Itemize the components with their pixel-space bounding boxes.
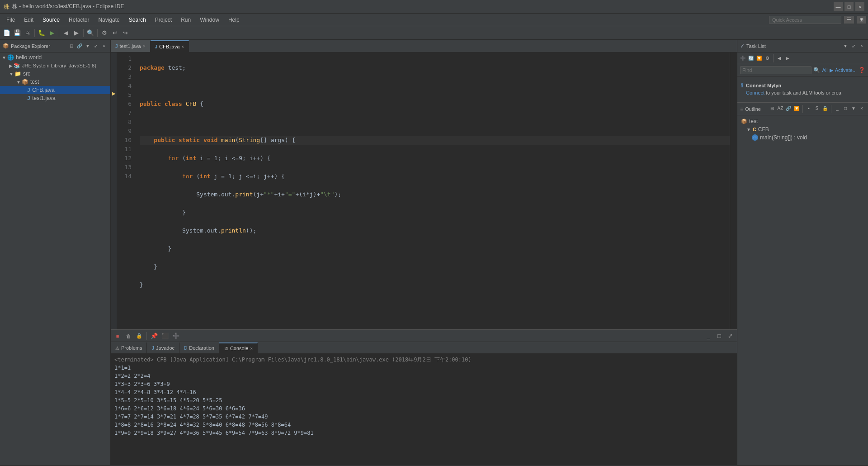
outline-filter-btn[interactable]: 🔽 [793, 105, 800, 112]
menu-edit[interactable]: Edit [19, 15, 38, 25]
outline-maximize-btn[interactable]: □ [842, 105, 849, 112]
tree-item-test1[interactable]: J test1.java [0, 94, 110, 102]
back-button[interactable]: ◀ [61, 28, 71, 38]
menu-help[interactable]: Help [224, 15, 244, 25]
outline-sort-btn[interactable]: AZ [777, 105, 784, 112]
outline-main-method-icon: m [752, 134, 758, 141]
debug-button[interactable]: 🐛 [37, 28, 47, 38]
tree-item-src[interactable]: ▼ 📁 src [0, 70, 110, 78]
print-button[interactable]: 🖨 [23, 28, 33, 38]
clear-console-button[interactable]: 🗑 [123, 331, 133, 341]
tree-item-hello-world[interactable]: ▼ 🌐 hello world [0, 53, 110, 62]
link-editor-button[interactable]: 🔗 [76, 43, 83, 50]
stop-console-button[interactable]: ■ [113, 331, 123, 341]
menu-run[interactable]: Run [176, 15, 195, 25]
scroll-lock-button[interactable]: 🔒 [134, 331, 144, 341]
settings-button[interactable]: ⚙ [764, 55, 771, 62]
task-back-button[interactable]: ◀ [776, 55, 783, 62]
sync-button[interactable]: 🔄 [747, 55, 755, 62]
restore-bottom-button[interactable]: ⤢ [725, 331, 735, 341]
save-button[interactable]: 💾 [12, 28, 22, 38]
close-button[interactable]: × [855, 2, 864, 11]
run-button[interactable]: ▶ [47, 28, 57, 38]
menu-navigate[interactable]: Navigate [94, 15, 124, 25]
menu-project[interactable]: Project [151, 15, 176, 25]
tree-item-test[interactable]: ▼ 📦 test [0, 78, 110, 86]
outline-hide-static-btn[interactable]: S [813, 105, 821, 112]
task-list-menu-btn[interactable]: ▼ [842, 43, 849, 50]
task-list-header: ✓ Task List ▼ ⤢ × [737, 40, 868, 52]
tab-javadoc[interactable]: J Javadoc [147, 342, 179, 353]
panel-menu-button[interactable]: ▼ [84, 43, 91, 50]
mylyn-connect-link[interactable]: Connect [746, 90, 764, 95]
quick-access-input[interactable] [769, 16, 841, 24]
mylyn-connect-label: Connect Mylyn [746, 83, 781, 88]
outline-hide-nonpub-btn[interactable]: 🔒 [821, 105, 829, 112]
tab-test1[interactable]: J test1.java × [111, 40, 151, 52]
perspectives-button[interactable]: ☰ [844, 16, 854, 24]
help-button[interactable]: ❓ [859, 67, 865, 73]
outline-hide-fields-btn[interactable]: • [805, 105, 812, 112]
tab-declaration[interactable]: D Declaration [179, 342, 219, 353]
console-output[interactable]: <terminated> CFB [Java Application] C:\P… [111, 354, 737, 465]
code-line-4 [140, 118, 730, 127]
outline-menu-btn[interactable]: ▼ [850, 105, 857, 112]
tab-console-label: Console [230, 346, 248, 351]
minimize-bottom-button[interactable]: _ [703, 331, 713, 341]
collapse-all-button[interactable]: ⊟ [68, 43, 75, 50]
outline-collapse-btn[interactable]: ⊟ [769, 105, 776, 112]
menu-refactor[interactable]: Refactor [64, 15, 94, 25]
outline-item-cfb[interactable]: ▼ C CFB [739, 125, 866, 133]
tab-cfb[interactable]: J CFB.java × [151, 40, 189, 52]
filter-button[interactable]: 🔽 [755, 55, 763, 62]
menu-source[interactable]: Source [38, 15, 64, 25]
outline-item-test[interactable]: 📦 test [739, 117, 866, 125]
task-find-input[interactable] [740, 66, 811, 74]
menu-file[interactable]: File [2, 15, 19, 25]
tree-item-cfb[interactable]: J CFB.java [0, 86, 110, 94]
package-explorer-icon: 📦 [3, 43, 9, 49]
tab-cfb-close[interactable]: × [181, 44, 184, 49]
search-button[interactable]: 🔍 [85, 28, 95, 38]
forward-button[interactable]: ▶ [71, 28, 81, 38]
code-content[interactable]: package test; public class CFB { public … [135, 52, 730, 329]
filter-activate-label[interactable]: ▶ [830, 67, 833, 73]
find-icon-btn[interactable]: 🔍 [813, 67, 820, 73]
tab-test1-close[interactable]: × [143, 44, 146, 49]
task-forward-button[interactable]: ▶ [784, 55, 791, 62]
tree-item-jre[interactable]: ▶ 📚 JRE System Library [JavaSE-1.8] [0, 62, 110, 70]
open-perspective-button[interactable]: ⊞ [857, 16, 866, 24]
task-list-maximize-btn[interactable]: ⤢ [850, 43, 857, 50]
tab-problems[interactable]: ⚠ Problems [111, 342, 147, 353]
tb-btn-2[interactable]: ↩ [110, 28, 120, 38]
console-output-line-5: 1*5=5 2*5=10 3*5=15 4*5=20 5*5=25 [114, 396, 733, 404]
maximize-panel-button[interactable]: ⤢ [92, 43, 99, 50]
code-line-11: } [140, 244, 730, 253]
menu-search[interactable]: Search [124, 15, 151, 25]
activate-label[interactable]: Activate... [835, 67, 857, 73]
task-list-close-btn[interactable]: × [858, 43, 865, 50]
minimize-button[interactable]: — [834, 2, 843, 11]
tab-console-close[interactable]: × [250, 346, 253, 351]
collapse-icon: ▶ [9, 63, 13, 68]
mylyn-info-icon: ℹ [741, 82, 743, 89]
tb-btn-3[interactable]: ↪ [120, 28, 130, 38]
maximize-button[interactable]: □ [844, 2, 854, 11]
window-controls: — □ × [834, 2, 864, 11]
bottom-panel: ■ 🗑 🔒 📌 ⬛ ➕ _ □ ⤢ ⚠ Problems [111, 329, 737, 465]
new-console-button[interactable]: ➕ [171, 331, 181, 341]
outline-item-main[interactable]: m main(String[]) : void [739, 133, 866, 142]
close-panel-button[interactable]: × [100, 43, 108, 50]
new-button[interactable]: 📄 [2, 28, 12, 38]
outline-link-btn[interactable]: 🔗 [785, 105, 792, 112]
outline-minimize-btn[interactable]: _ [834, 105, 841, 112]
menu-window[interactable]: Window [195, 15, 224, 25]
outline-close-btn[interactable]: × [858, 105, 865, 112]
tb-btn-1[interactable]: ⚙ [99, 28, 109, 38]
maximize-bottom-button[interactable]: □ [714, 331, 724, 341]
tab-console[interactable]: 🖥 Console × [219, 342, 258, 353]
pin-console-button[interactable]: 📌 [149, 331, 159, 341]
javadoc-icon: J [151, 346, 154, 351]
open-console-button[interactable]: ⬛ [160, 331, 170, 341]
new-task-button[interactable]: ➕ [739, 55, 746, 62]
